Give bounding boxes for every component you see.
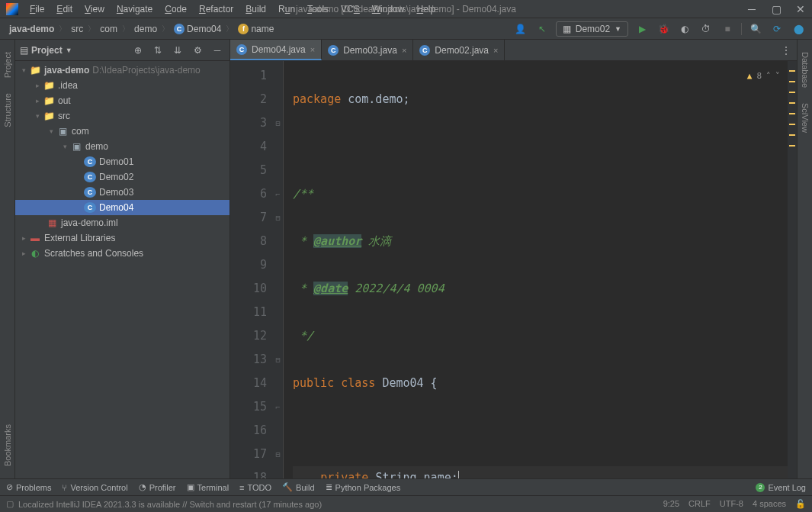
menu-navigate[interactable]: Navigate [111,2,158,16]
settings-icon[interactable]: ⚙ [190,43,205,58]
close-icon[interactable]: × [310,45,315,54]
tree-out[interactable]: ▸ 📁 out [15,93,229,108]
fold-gutter[interactable]: ⊟ ⌐ ⊟ ⊟ ⌐ ⊟ [273,61,284,478]
menu-window[interactable]: Window [367,2,410,16]
menu-run[interactable]: Run [273,2,300,16]
tab-demo04[interactable]: C Demo04.java × [230,40,322,60]
editor[interactable]: 1 2 3 4 5 6 7 8 9 10 11 12 13 14 15 16 1… [230,61,797,478]
tool-build[interactable]: 🔨Build [282,482,314,492]
hammer-icon[interactable]: ↖ [534,21,550,37]
tree-src[interactable]: ▾ 📁 src [15,108,229,124]
fold-open-icon[interactable]: ⊟ [273,111,283,135]
debug-button[interactable]: 🐞 [656,21,671,37]
menu-refactor[interactable]: Refactor [194,2,239,16]
line-gutter[interactable]: 1 2 3 4 5 6 7 8 9 10 11 12 13 14 15 16 1… [230,61,273,478]
sync-button[interactable]: ⟳ [769,21,785,37]
tool-database-tab[interactable]: Database [799,46,811,94]
chevron-down-icon[interactable]: ˅ [775,64,780,88]
menu-tools[interactable]: Tools [302,2,334,16]
fold-close-icon[interactable]: ⌐ [273,395,283,419]
menu-build[interactable]: Build [240,2,271,16]
tool-todo[interactable]: ≡TODO [239,483,271,492]
fold-close-icon[interactable]: ⌐ [273,182,283,206]
tree-demo03[interactable]: C Demo03 [15,185,229,200]
chevron-right-icon[interactable]: ▸ [18,234,29,242]
status-message[interactable]: Localized IntelliJ IDEA 2021.3.3 is avai… [18,500,322,509]
tool-terminal[interactable]: ▣Terminal [187,482,229,492]
status-encoding[interactable]: UTF-8 [720,499,743,509]
menu-edit[interactable]: Edit [51,2,78,16]
inspections-widget[interactable]: ▲ 8 ˄ ˅ [747,64,780,88]
tree-demo-pkg[interactable]: ▾ ▣ demo [15,139,229,154]
chevron-right-icon[interactable]: ▸ [18,250,29,257]
code-content[interactable]: package com.demo; /** * @author 水滴 * @da… [284,61,788,478]
status-position[interactable]: 9:25 [663,499,679,509]
tool-structure-tab[interactable]: Structure [2,87,14,134]
run-config-selector[interactable]: ▦ Demo02 ▼ [556,21,628,37]
run-button[interactable]: ▶ [634,21,650,37]
stop-button[interactable]: ■ [720,21,735,37]
close-icon[interactable]: × [402,46,406,55]
tabs-more-icon[interactable]: ⋮ [775,40,797,60]
menu-view[interactable]: View [79,2,110,16]
tree-ext-libs[interactable]: ▸ ▬ External Libraries [15,230,229,246]
fold-open-icon[interactable]: ⊟ [273,443,283,466]
chevron-down-icon[interactable]: ▾ [46,127,56,135]
search-button[interactable]: 🔍 [748,21,763,37]
chevron-down-icon[interactable]: ▾ [18,66,29,74]
tree-com[interactable]: ▾ ▣ com [15,124,229,139]
tree-demo01[interactable]: C Demo01 [15,154,229,169]
tree-demo04[interactable]: C Demo04 [15,200,229,215]
crumb-field[interactable]: fname [235,22,277,36]
tool-python-packages[interactable]: ≣Python Packages [326,482,401,492]
tool-profiler[interactable]: ◔Profiler [139,482,176,492]
tool-problems[interactable]: ⊘Problems [6,482,51,492]
expand-all-icon[interactable]: ⇅ [150,43,165,58]
tree-iml[interactable]: ▦ java-demo.iml [15,215,229,230]
tab-demo02[interactable]: C Demo02.java × [413,40,505,60]
fold-open-icon[interactable]: ⊟ [273,348,283,372]
ide-settings-button[interactable]: ⬤ [791,21,806,37]
menu-code[interactable]: Code [159,2,192,16]
status-line-sep[interactable]: CRLF [688,499,711,509]
chevron-down-icon[interactable]: ▾ [32,112,43,120]
crumb-com[interactable]: com [97,22,120,36]
maximize-button[interactable]: ▢ [771,4,782,14]
minimize-button[interactable]: ─ [746,4,757,14]
menu-file[interactable]: File [24,2,50,16]
crumb-project[interactable]: java-demo [6,22,57,36]
coverage-button[interactable]: ◐ [677,21,692,37]
crumb-class[interactable]: CDemo04 [171,22,224,36]
status-indent[interactable]: 4 spaces [753,499,786,509]
menu-vcs[interactable]: VCS [335,2,365,16]
tab-demo03[interactable]: C Demo03.java × [322,40,413,60]
crumb-demo[interactable]: demo [131,22,160,36]
tree-root[interactable]: ▾ 📁 java-demo D:\IdeaProjects\java-demo [15,63,229,78]
tree-scratches[interactable]: ▸ ◐ Scratches and Consoles [15,246,229,261]
tool-version-control[interactable]: ⑂Version Control [62,483,127,492]
error-stripe[interactable] [788,61,797,478]
collapse-all-icon[interactable]: ⇊ [170,43,185,58]
fold-open-icon[interactable]: ⊟ [273,206,283,230]
project-tree[interactable]: ▾ 📁 java-demo D:\IdeaProjects\java-demo … [15,61,229,478]
tool-sciview-tab[interactable]: SciView [799,97,811,139]
tree-idea[interactable]: ▸ 📁 .idea [15,78,229,93]
select-opened-file-icon[interactable]: ⊕ [130,43,146,58]
close-button[interactable]: ✕ [795,4,806,14]
tree-demo02[interactable]: C Demo02 [15,169,229,185]
add-user-icon[interactable]: 👤 [513,21,528,37]
readonly-lock-icon[interactable]: 🔓 [795,499,806,509]
crumb-src[interactable]: src [68,22,86,36]
chevron-up-icon[interactable]: ˄ [766,64,771,88]
chevron-right-icon[interactable]: ▸ [32,97,43,105]
profile-button[interactable]: ⏱ [698,21,714,37]
menu-help[interactable]: Help [411,2,441,16]
tool-bookmarks-tab[interactable]: Bookmarks [2,418,14,472]
tool-event-log[interactable]: 2Event Log [756,483,806,492]
hide-icon[interactable]: ─ [210,43,225,58]
chevron-right-icon[interactable]: ▸ [32,82,43,89]
chevron-down-icon[interactable]: ▾ [59,143,70,150]
status-tool-windows-icon[interactable]: ▢ [6,499,14,509]
tool-project-tab[interactable]: Project [2,46,14,84]
project-view-title[interactable]: Project ▼ [31,45,72,56]
